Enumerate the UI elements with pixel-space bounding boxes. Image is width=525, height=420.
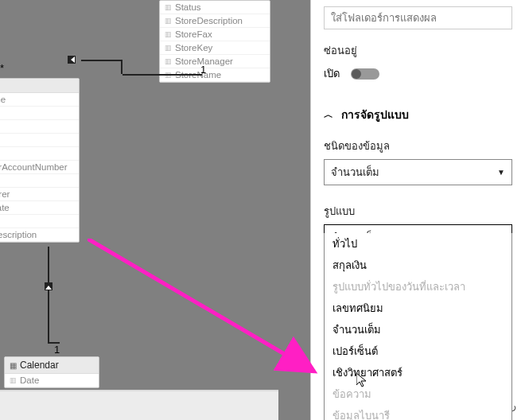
format-option[interactable]: สกุลเงิน [325,255,511,276]
format-option[interactable]: เปอร์เซ็นต์ [325,340,511,362]
format-option[interactable]: เลขทศนิยม [325,298,511,319]
field-name: rderDate [0,203,10,212]
field-name: ufacturer [0,189,10,199]
format-label: รูปแบบ [324,203,512,220]
format-option[interactable]: จำนวนเต็ม [325,319,511,340]
properties-panel: ซ่อนอยู่ เปิด ︿ การจัดรูปแบบ ชนิดของข้อม… [310,0,525,420]
field-icon: ▥ [165,30,172,38]
cardinality-one: 1 [200,64,206,76]
relationship-arrow-icon [68,56,76,64]
field-name: ductDescription [0,230,37,239]
chevron-up-icon: ︿ [324,108,333,122]
field-name: StoreFax [175,29,212,39]
field-name: Date [20,375,39,385]
table-title: Calendar [20,360,59,371]
relationship-line[interactable] [121,60,122,74]
format-option[interactable]: เชิงวิทยาศาสตร์ [325,362,511,383]
cardinality-one: 1 [54,344,60,356]
select-value: จำนวนเต็ม [331,164,379,181]
field-icon: ▥ [165,3,172,11]
table-calendar[interactable]: ▦ Calendar ▥Date [4,356,99,388]
hidden-label: ซ่อนอยู่ [324,42,512,59]
data-type-label: ชนิดของข้อมูล [324,138,512,154]
footer-bar [0,390,278,420]
cardinality-many: * [0,62,4,74]
table-product[interactable]: ▦ d Name egory ier r ntry stomerAccountN… [0,78,80,243]
chevron-down-icon: ▼ [497,168,505,177]
field-icon: ▥ [165,44,172,52]
relationship-arrow-icon [45,282,52,290]
field-name: d Name [0,95,6,104]
field-name: stomerAccountNumber [0,162,68,172]
model-canvas[interactable]: ▥Status ▥StoreDescription ▥StoreFax ▥Sto… [0,0,278,390]
hidden-toggle[interactable] [351,68,379,80]
formatting-section-header[interactable]: ︿ การจัดรูปแบบ [324,106,512,123]
relationship-line[interactable] [81,60,121,61]
field-icon: ▥ [10,376,17,384]
section-title: การจัดรูปแบบ [341,106,409,123]
field-name: StoreKey [175,43,212,52]
display-folder-input[interactable] [324,6,512,29]
format-option: ข้อมูลไบนารี [325,405,511,420]
format-option: ข้อความ [325,383,511,405]
format-option[interactable]: ทั่วไป [325,233,511,255]
hidden-toggle-value: เปิด [324,65,340,82]
field-icon: ▥ [165,17,172,25]
relationship-line[interactable] [48,247,49,342]
field-icon: ▥ [165,57,172,65]
field-name: StoreDescription [175,16,243,25]
table-icon: ▦ [10,361,17,370]
relationship-line[interactable] [122,74,202,76]
data-type-select[interactable]: จำนวนเต็ม ▼ [324,159,512,185]
table-store[interactable]: ▥Status ▥StoreDescription ▥StoreFax ▥Sto… [159,0,270,83]
toggle-knob [352,69,361,79]
format-dropdown[interactable]: ทั่วไป สกุลเงิน รูปแบบทั่วไปของวันที่และ… [324,233,512,420]
field-name: Status [175,2,201,12]
format-option: รูปแบบทั่วไปของวันที่และเวลา [325,276,511,298]
